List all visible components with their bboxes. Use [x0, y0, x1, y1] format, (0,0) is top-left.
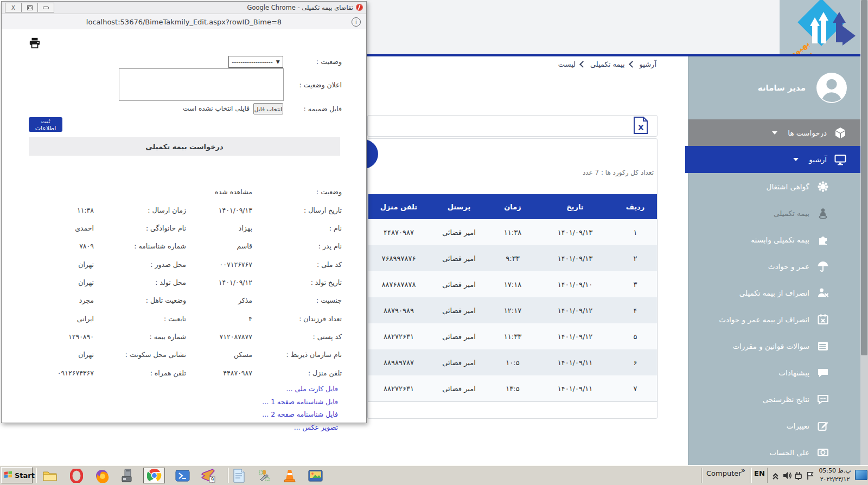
chevron-down-icon [793, 158, 799, 161]
svg-text:X: X [638, 123, 644, 132]
sidebar-item-label: انصراف از بیمه تکمیلی [739, 289, 809, 297]
close-icon[interactable]: X [5, 3, 22, 12]
sidebar-item-person-x[interactable]: انصراف از بیمه تکمیلی [688, 279, 861, 306]
sidebar-item-list[interactable]: سوالات قوانین و مقررات [688, 333, 861, 359]
taskbar-firefox-icon[interactable] [91, 468, 113, 483]
detail-label: زمان ارسال : [148, 206, 186, 214]
sidebar-item-chat-dots[interactable]: نتایج نظرسنجی [688, 386, 861, 412]
taskbar-notepad-icon[interactable] [228, 468, 250, 483]
toolbar-card [367, 115, 658, 137]
table-row[interactable]: ۳۱۴۰۱/۰۹/۱۰۱۷:۱۸امیر قضائی۸۸۷۶۸۷۸۷۸ [368, 271, 657, 297]
table-cell: امیر قضائی [429, 307, 489, 315]
taskbar-clock[interactable]: ب.ظ 05:50 ۲۰۲۲/۲۳/۱۲ [817, 467, 853, 484]
table-row[interactable]: ۶۱۴۰۱/۰۹/۱۱۱۰:۵امیر قضائی۸۸۹۸۹۷۸۷ [368, 349, 657, 375]
table-row[interactable]: ۷۱۴۰۱/۰۹/۱۱۱۳:۵امیر قضائی۸۸۲۷۲۶۳۱ [368, 375, 657, 401]
scrollbar-thumb[interactable] [861, 0, 867, 355]
tray-expand-icon[interactable] [770, 470, 781, 481]
status-dropdown[interactable]: ▼ ------------------- [228, 56, 283, 68]
sidebar-item-label: بیمه تکمیلی وابسته [751, 235, 809, 244]
sidebar-item-umbrella[interactable]: عمر و حوادث [688, 253, 861, 279]
taskbar-divider [701, 468, 703, 483]
detail-value: بهزاد [239, 224, 252, 232]
popup-titlebar[interactable]: X تقاضای بیمه تکمیلی - Google Chrome [2, 2, 366, 14]
detail-row: تلفن منزل :۴۴۸۷۰۹۸۷تلفن همراه :۰۹۱۲۶۷۴۳۶… [2, 369, 366, 379]
status-note-textarea[interactable] [119, 68, 284, 101]
table-cell: ۱۴۰۱/۰۹/۱۱ [537, 385, 614, 393]
table-cell: ۱۴۰۱/۰۹/۱۳ [537, 228, 614, 237]
show-desktop-icon[interactable] [855, 470, 867, 480]
sidebar-item-calendar-x[interactable]: انصراف از بیمه عمر و حوادث [688, 306, 861, 333]
table-row[interactable]: ۵۱۴۰۱/۰۹/۱۲۱۱:۳۳امیر قضائی۸۸۲۷۲۶۳۱ [368, 323, 657, 349]
sidebar-item-edit[interactable]: تغییرات [688, 412, 861, 439]
table-row[interactable]: ۴۱۴۰۱/۰۹/۱۲۱۲:۱۷امیر قضائی۸۸۷۹۰۹۸۹ [368, 297, 657, 323]
table-header-cell: پرسنل [429, 203, 489, 211]
user-block[interactable]: مدیر سامانه [688, 56, 861, 119]
choose-file-button[interactable]: انتخاب فایل [253, 103, 283, 114]
breadcrumb-item[interactable]: لیست [558, 60, 576, 68]
taskbar-divider [227, 468, 229, 483]
taskbar-admintools-icon[interactable] [253, 468, 275, 483]
submit-button[interactable]: ثبت اطلاعات [29, 117, 62, 132]
maximize-icon[interactable] [22, 3, 38, 12]
taskbar-explorer-icon[interactable] [39, 468, 61, 483]
table-cell: امیر قضائی [429, 228, 489, 237]
taskbar: Start 9 Computer » EN [0, 465, 868, 485]
action-center-flag-icon[interactable] [805, 470, 815, 481]
taskbar-system-icon[interactable] [117, 468, 138, 483]
start-button[interactable]: Start [1, 467, 33, 483]
sidebar: مدیر سامانه درخواست هاآرشیوگواهی اشتغالب… [688, 56, 861, 465]
info-icon[interactable]: i [352, 17, 361, 27]
breadcrumb-item[interactable]: بیمه تکمیلی [590, 60, 625, 68]
language-indicator[interactable]: EN [754, 469, 765, 477]
screen: بهبود پورتال آرشیوبیمه تکمیلیلیست X تعدا… [0, 0, 868, 485]
taskbar-vs9-icon[interactable]: 9 [197, 468, 219, 483]
sidebar-item-person-pin[interactable]: بیمه تکمیلی [688, 200, 861, 226]
detail-value: ۷۱۲۰۸۷۸۷۷ [220, 333, 252, 341]
table-cell: ۱۴۰۱/۰۹/۱۳ [537, 254, 614, 263]
url-bar[interactable]: localhost:53676/BimeTakmily_Edit.aspx?ro… [2, 14, 366, 30]
attachment-link[interactable]: تصویر عکس ... [294, 423, 338, 434]
table-row[interactable]: ۲۱۴۰۱/۰۹/۱۳۹:۳۳امیر قضائی۷۶۸۹۹۷۸۷۶ [368, 245, 657, 271]
sidebar-item-label: سوالات قوانین و مقررات [732, 342, 809, 350]
sidebar-item-monitor[interactable]: آرشیو [685, 146, 861, 173]
breadcrumb-item[interactable]: آرشیو [640, 60, 656, 68]
window-controls: X [5, 3, 54, 12]
taskbar-computer-toolbar[interactable]: Computer [706, 469, 742, 477]
table-cell: ۸۸۷۹۰۹۸۹ [368, 307, 429, 315]
minimize-icon[interactable] [38, 3, 54, 12]
avatar [814, 71, 849, 105]
umbrella-icon [816, 260, 829, 273]
detail-label: نشانی محل سکونت : [125, 350, 186, 359]
sidebar-item-cube[interactable]: درخواست ها [688, 119, 861, 146]
taskbar-powershell-icon[interactable] [171, 468, 193, 483]
table-row[interactable]: ۱۱۴۰۱/۰۹/۱۳۱۱:۳۸امیر قضائی۴۴۸۷۰۹۸۷ [368, 219, 657, 245]
calendar-x-icon [816, 313, 829, 326]
taskbar-chrome-icon[interactable] [143, 468, 165, 483]
toolbar-overflow-chevron[interactable]: » [741, 467, 745, 474]
detail-value: تهران [78, 260, 94, 269]
records-count: تعداد کل رکورد ها : 7 عدد [583, 169, 654, 176]
taskbar-vlc-icon[interactable] [279, 468, 301, 483]
table-header-cell: تلفن منزل [368, 203, 429, 211]
sidebar-item-puzzle[interactable]: بیمه تکمیلی وابسته [688, 226, 861, 253]
detail-label: نام : [329, 224, 342, 232]
sidebar-item-coin[interactable]: 1علی الحساب [688, 439, 861, 465]
print-icon[interactable] [29, 37, 41, 49]
sidebar-item-label: انصراف از بیمه عمر و حوادث [719, 315, 809, 324]
attachment-link[interactable]: فایل شناسنامه صفحه 2 ... [262, 410, 338, 421]
export-excel-icon[interactable]: X [633, 117, 649, 134]
coin-icon: 1 [816, 446, 829, 459]
taskbar-media-icon[interactable] [304, 468, 326, 483]
attachment-link[interactable]: فایل شناسنامه صفحه 1 ... [262, 398, 338, 409]
attachment-link[interactable]: فایل کارت ملی ... [286, 385, 338, 395]
taskbar-divider [767, 468, 769, 483]
detail-label: تابعیت : [164, 315, 186, 323]
sidebar-item-chat[interactable]: پیشنهادات [688, 359, 861, 386]
start-label: Start [15, 471, 35, 480]
network-plug-icon[interactable] [793, 470, 803, 481]
taskbar-opera-icon[interactable] [66, 468, 87, 483]
sidebar-item-gear[interactable]: گواهی اشتغال [688, 173, 861, 200]
chevron-down-icon [772, 131, 777, 135]
detail-label: کد پستی : [313, 333, 342, 341]
volume-icon[interactable] [782, 470, 792, 481]
